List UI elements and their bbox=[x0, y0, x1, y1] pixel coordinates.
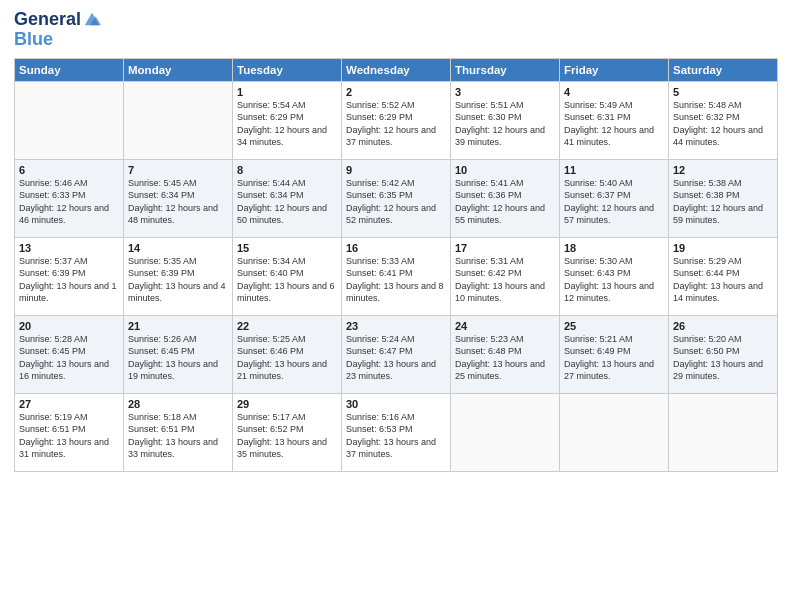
logo-icon bbox=[83, 10, 101, 28]
day-number: 26 bbox=[673, 320, 773, 332]
day-info: Sunrise: 5:44 AM Sunset: 6:34 PM Dayligh… bbox=[237, 177, 337, 227]
day-number: 12 bbox=[673, 164, 773, 176]
day-cell: 18Sunrise: 5:30 AM Sunset: 6:43 PM Dayli… bbox=[560, 237, 669, 315]
day-cell: 6Sunrise: 5:46 AM Sunset: 6:33 PM Daylig… bbox=[15, 159, 124, 237]
day-info: Sunrise: 5:49 AM Sunset: 6:31 PM Dayligh… bbox=[564, 99, 664, 149]
day-cell: 20Sunrise: 5:28 AM Sunset: 6:45 PM Dayli… bbox=[15, 315, 124, 393]
calendar-header-row: SundayMondayTuesdayWednesdayThursdayFrid… bbox=[15, 58, 778, 81]
week-row-4: 20Sunrise: 5:28 AM Sunset: 6:45 PM Dayli… bbox=[15, 315, 778, 393]
day-cell: 28Sunrise: 5:18 AM Sunset: 6:51 PM Dayli… bbox=[124, 393, 233, 471]
day-cell: 23Sunrise: 5:24 AM Sunset: 6:47 PM Dayli… bbox=[342, 315, 451, 393]
col-header-friday: Friday bbox=[560, 58, 669, 81]
day-number: 7 bbox=[128, 164, 228, 176]
day-number: 6 bbox=[19, 164, 119, 176]
day-number: 20 bbox=[19, 320, 119, 332]
day-cell bbox=[15, 81, 124, 159]
day-cell bbox=[560, 393, 669, 471]
day-info: Sunrise: 5:38 AM Sunset: 6:38 PM Dayligh… bbox=[673, 177, 773, 227]
day-number: 30 bbox=[346, 398, 446, 410]
week-row-1: 1Sunrise: 5:54 AM Sunset: 6:29 PM Daylig… bbox=[15, 81, 778, 159]
day-number: 29 bbox=[237, 398, 337, 410]
day-info: Sunrise: 5:45 AM Sunset: 6:34 PM Dayligh… bbox=[128, 177, 228, 227]
day-number: 2 bbox=[346, 86, 446, 98]
day-cell: 3Sunrise: 5:51 AM Sunset: 6:30 PM Daylig… bbox=[451, 81, 560, 159]
col-header-saturday: Saturday bbox=[669, 58, 778, 81]
day-cell: 29Sunrise: 5:17 AM Sunset: 6:52 PM Dayli… bbox=[233, 393, 342, 471]
day-cell: 9Sunrise: 5:42 AM Sunset: 6:35 PM Daylig… bbox=[342, 159, 451, 237]
day-cell: 26Sunrise: 5:20 AM Sunset: 6:50 PM Dayli… bbox=[669, 315, 778, 393]
day-number: 8 bbox=[237, 164, 337, 176]
col-header-sunday: Sunday bbox=[15, 58, 124, 81]
logo-blue: Blue bbox=[14, 30, 53, 50]
day-info: Sunrise: 5:18 AM Sunset: 6:51 PM Dayligh… bbox=[128, 411, 228, 461]
day-number: 10 bbox=[455, 164, 555, 176]
calendar: SundayMondayTuesdayWednesdayThursdayFrid… bbox=[14, 58, 778, 472]
day-number: 14 bbox=[128, 242, 228, 254]
day-info: Sunrise: 5:51 AM Sunset: 6:30 PM Dayligh… bbox=[455, 99, 555, 149]
day-number: 13 bbox=[19, 242, 119, 254]
day-cell: 17Sunrise: 5:31 AM Sunset: 6:42 PM Dayli… bbox=[451, 237, 560, 315]
week-row-2: 6Sunrise: 5:46 AM Sunset: 6:33 PM Daylig… bbox=[15, 159, 778, 237]
week-row-5: 27Sunrise: 5:19 AM Sunset: 6:51 PM Dayli… bbox=[15, 393, 778, 471]
day-info: Sunrise: 5:40 AM Sunset: 6:37 PM Dayligh… bbox=[564, 177, 664, 227]
day-number: 11 bbox=[564, 164, 664, 176]
day-info: Sunrise: 5:31 AM Sunset: 6:42 PM Dayligh… bbox=[455, 255, 555, 305]
day-cell: 8Sunrise: 5:44 AM Sunset: 6:34 PM Daylig… bbox=[233, 159, 342, 237]
day-info: Sunrise: 5:41 AM Sunset: 6:36 PM Dayligh… bbox=[455, 177, 555, 227]
day-number: 24 bbox=[455, 320, 555, 332]
day-cell: 2Sunrise: 5:52 AM Sunset: 6:29 PM Daylig… bbox=[342, 81, 451, 159]
day-number: 4 bbox=[564, 86, 664, 98]
day-cell: 19Sunrise: 5:29 AM Sunset: 6:44 PM Dayli… bbox=[669, 237, 778, 315]
day-info: Sunrise: 5:54 AM Sunset: 6:29 PM Dayligh… bbox=[237, 99, 337, 149]
day-info: Sunrise: 5:25 AM Sunset: 6:46 PM Dayligh… bbox=[237, 333, 337, 383]
day-info: Sunrise: 5:26 AM Sunset: 6:45 PM Dayligh… bbox=[128, 333, 228, 383]
day-cell: 16Sunrise: 5:33 AM Sunset: 6:41 PM Dayli… bbox=[342, 237, 451, 315]
day-cell: 22Sunrise: 5:25 AM Sunset: 6:46 PM Dayli… bbox=[233, 315, 342, 393]
day-info: Sunrise: 5:33 AM Sunset: 6:41 PM Dayligh… bbox=[346, 255, 446, 305]
col-header-tuesday: Tuesday bbox=[233, 58, 342, 81]
day-info: Sunrise: 5:24 AM Sunset: 6:47 PM Dayligh… bbox=[346, 333, 446, 383]
day-number: 21 bbox=[128, 320, 228, 332]
day-number: 22 bbox=[237, 320, 337, 332]
logo: General Blue bbox=[14, 10, 101, 50]
day-info: Sunrise: 5:37 AM Sunset: 6:39 PM Dayligh… bbox=[19, 255, 119, 305]
day-number: 5 bbox=[673, 86, 773, 98]
day-info: Sunrise: 5:35 AM Sunset: 6:39 PM Dayligh… bbox=[128, 255, 228, 305]
day-number: 23 bbox=[346, 320, 446, 332]
day-cell: 27Sunrise: 5:19 AM Sunset: 6:51 PM Dayli… bbox=[15, 393, 124, 471]
header: General Blue bbox=[14, 10, 778, 50]
day-cell: 14Sunrise: 5:35 AM Sunset: 6:39 PM Dayli… bbox=[124, 237, 233, 315]
day-cell: 12Sunrise: 5:38 AM Sunset: 6:38 PM Dayli… bbox=[669, 159, 778, 237]
col-header-monday: Monday bbox=[124, 58, 233, 81]
day-number: 27 bbox=[19, 398, 119, 410]
day-cell: 30Sunrise: 5:16 AM Sunset: 6:53 PM Dayli… bbox=[342, 393, 451, 471]
week-row-3: 13Sunrise: 5:37 AM Sunset: 6:39 PM Dayli… bbox=[15, 237, 778, 315]
day-cell bbox=[124, 81, 233, 159]
day-info: Sunrise: 5:30 AM Sunset: 6:43 PM Dayligh… bbox=[564, 255, 664, 305]
col-header-wednesday: Wednesday bbox=[342, 58, 451, 81]
day-cell: 5Sunrise: 5:48 AM Sunset: 6:32 PM Daylig… bbox=[669, 81, 778, 159]
day-number: 15 bbox=[237, 242, 337, 254]
day-number: 18 bbox=[564, 242, 664, 254]
day-info: Sunrise: 5:28 AM Sunset: 6:45 PM Dayligh… bbox=[19, 333, 119, 383]
day-number: 16 bbox=[346, 242, 446, 254]
day-info: Sunrise: 5:42 AM Sunset: 6:35 PM Dayligh… bbox=[346, 177, 446, 227]
day-cell: 7Sunrise: 5:45 AM Sunset: 6:34 PM Daylig… bbox=[124, 159, 233, 237]
day-cell bbox=[669, 393, 778, 471]
page: General Blue SundayMondayTuesdayWednesda… bbox=[0, 0, 792, 612]
day-info: Sunrise: 5:19 AM Sunset: 6:51 PM Dayligh… bbox=[19, 411, 119, 461]
day-info: Sunrise: 5:34 AM Sunset: 6:40 PM Dayligh… bbox=[237, 255, 337, 305]
col-header-thursday: Thursday bbox=[451, 58, 560, 81]
day-number: 17 bbox=[455, 242, 555, 254]
day-number: 19 bbox=[673, 242, 773, 254]
day-info: Sunrise: 5:46 AM Sunset: 6:33 PM Dayligh… bbox=[19, 177, 119, 227]
day-cell: 24Sunrise: 5:23 AM Sunset: 6:48 PM Dayli… bbox=[451, 315, 560, 393]
day-info: Sunrise: 5:52 AM Sunset: 6:29 PM Dayligh… bbox=[346, 99, 446, 149]
day-info: Sunrise: 5:20 AM Sunset: 6:50 PM Dayligh… bbox=[673, 333, 773, 383]
day-cell: 11Sunrise: 5:40 AM Sunset: 6:37 PM Dayli… bbox=[560, 159, 669, 237]
day-cell: 4Sunrise: 5:49 AM Sunset: 6:31 PM Daylig… bbox=[560, 81, 669, 159]
logo-text: General bbox=[14, 10, 81, 30]
day-number: 28 bbox=[128, 398, 228, 410]
day-number: 1 bbox=[237, 86, 337, 98]
day-cell: 21Sunrise: 5:26 AM Sunset: 6:45 PM Dayli… bbox=[124, 315, 233, 393]
